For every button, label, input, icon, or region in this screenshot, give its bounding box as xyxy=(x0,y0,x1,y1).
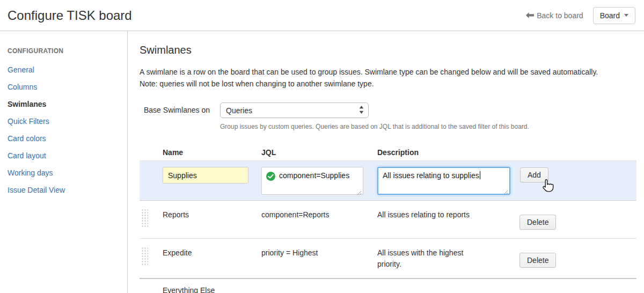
sidebar-heading: CONFIGURATION xyxy=(8,47,127,61)
sidebar-item-columns[interactable]: Columns xyxy=(8,78,127,96)
sidebar-item-quick-filters[interactable]: Quick Filters xyxy=(8,113,127,130)
column-header-jql: JQL xyxy=(261,148,377,157)
sidebar-item-general[interactable]: General xyxy=(8,61,127,78)
section-description: A swimlane is a row on the board that ca… xyxy=(140,66,636,90)
swimlane-name: Reports xyxy=(163,208,261,221)
swimlane-description-input[interactable]: All issues relating to supplies xyxy=(377,167,510,195)
swimlane-type-selected-value: Queries xyxy=(226,106,252,115)
base-swimlanes-form: Base Swimlanes on Queries Group issues b… xyxy=(140,102,636,130)
swimlanes-panel: Swimlanes A swimlane is a row on the boa… xyxy=(128,31,644,293)
drag-handle-icon[interactable] xyxy=(141,247,148,265)
column-header-name: Name xyxy=(163,148,261,157)
configuration-sidebar: CONFIGURATION General Columns Swimlanes … xyxy=(0,31,128,293)
board-menu-label: Board xyxy=(600,11,620,20)
resize-handle-icon[interactable] xyxy=(503,188,508,193)
table-header-row: Name JQL Description xyxy=(140,144,636,161)
arrow-left-icon xyxy=(526,11,534,20)
swimlanes-table: Name JQL Description xyxy=(140,144,636,293)
select-spinner-icon xyxy=(359,106,364,115)
everything-else-row: Everything Else xyxy=(140,278,636,293)
sidebar-item-card-layout[interactable]: Card layout xyxy=(8,147,127,164)
sidebar-item-issue-detail-view[interactable]: Issue Detail View xyxy=(8,181,127,199)
swimlane-row-reports: Reports component=Reports All issues rel… xyxy=(140,201,636,239)
page-title: Configure TISK board xyxy=(8,8,132,23)
swimlane-type-select[interactable]: Queries xyxy=(220,102,369,118)
swimlane-name: Expedite xyxy=(163,246,261,259)
swimlane-type-help-text: Group issues by custom queries. Queries … xyxy=(220,123,369,130)
add-swimlane-button[interactable]: Add xyxy=(520,167,548,182)
swimlane-description: All issues with the highest priority. xyxy=(377,246,485,270)
swimlane-jql: component=Reports xyxy=(261,208,377,221)
configure-board-page: Configure TISK board Back to board Board… xyxy=(0,0,644,293)
sidebar-item-working-days[interactable]: Working days xyxy=(8,164,127,181)
swimlane-row-expedite: Expedite priority = Highest All issues w… xyxy=(140,239,636,279)
delete-swimlane-button[interactable]: Delete xyxy=(519,215,556,230)
base-swimlanes-label: Base Swimlanes on xyxy=(144,102,220,118)
section-title: Swimlanes xyxy=(140,44,636,56)
delete-swimlane-button[interactable]: Delete xyxy=(519,253,556,268)
swimlane-name-input[interactable] xyxy=(163,167,248,184)
header-actions: Back to board Board xyxy=(526,7,635,24)
swimlane-jql-input[interactable]: component=Supplies xyxy=(261,167,363,195)
sidebar-menu: General Columns Swimlanes Quick Filters … xyxy=(8,61,127,199)
back-to-board-link[interactable]: Back to board xyxy=(526,11,583,20)
section-description-line1: A swimlane is a row on the board that ca… xyxy=(140,66,636,78)
everything-else-label: Everything Else xyxy=(163,285,261,293)
chevron-down-icon xyxy=(624,14,628,17)
swimlane-jql-value: component=Supplies xyxy=(279,171,349,180)
new-swimlane-row: component=Supplies All issues relating t… xyxy=(140,161,636,201)
swimlane-description: All issues relating to reports xyxy=(377,208,485,221)
board-menu-button[interactable]: Board xyxy=(593,7,635,24)
text-caret xyxy=(480,171,480,179)
swimlane-jql: priority = Highest xyxy=(261,246,377,259)
column-header-description: Description xyxy=(377,148,513,157)
swimlane-description-value: All issues relating to supplies xyxy=(383,171,479,180)
sidebar-item-card-colors[interactable]: Card colors xyxy=(8,130,127,147)
section-description-line2: Note: queries will not be lost when chan… xyxy=(140,78,636,90)
back-to-board-label: Back to board xyxy=(537,11,583,20)
sidebar-item-swimlanes[interactable]: Swimlanes xyxy=(8,96,127,113)
page-header: Configure TISK board Back to board Board xyxy=(0,0,644,31)
resize-handle-icon[interactable] xyxy=(357,188,362,193)
drag-handle-icon[interactable] xyxy=(141,209,148,227)
jql-valid-check-icon xyxy=(266,172,275,181)
